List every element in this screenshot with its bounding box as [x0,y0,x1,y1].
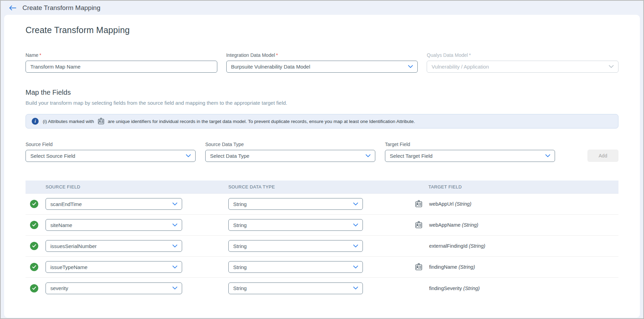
identification-badge-icon [415,221,423,229]
row-source-field-value: siteName [50,222,72,228]
mapping-table-row: severity String [26,278,618,299]
row-source-data-type-select[interactable]: String [228,219,363,231]
row-data-type-cell: String [228,282,363,294]
mapping-table-row: scanEndTime String [26,194,618,215]
source-data-type-placeholder: Select Data Type [210,153,249,159]
row-source-field-value: issueTypeName [50,264,88,270]
topbar-title: Create Transform Mapping [22,4,100,12]
row-target-field-label: webAppName(String) [429,222,478,228]
row-source-cell: severity [46,282,182,294]
row-target-field-label: findingName(String) [429,264,475,270]
row-valid-check-icon [30,284,38,292]
chevron-down-icon [366,154,370,157]
source-field-select[interactable]: Select Source Field [26,150,196,162]
add-mapping-button[interactable]: Add [587,150,618,162]
row-source-data-type-value: String [233,264,247,270]
integration-model-select[interactable]: Burpsuite Vulnerability Data Model [226,61,418,73]
back-arrow-icon [9,5,16,11]
integration-model-field-group: Integration Data Model* Burpsuite Vulner… [226,52,418,73]
row-target-cell: webAppUrl(String) [415,200,618,208]
name-field-group: Name* [26,52,217,73]
row-source-field-select[interactable]: issueTypeName [46,261,182,273]
row-data-type-cell: String [228,219,363,231]
row-source-data-type-select[interactable]: String [228,240,363,252]
integration-model-value: Burpsuite Vulnerability Data Model [231,64,310,70]
chevron-down-icon [609,65,614,68]
chevron-down-icon [353,224,358,227]
source-field-placeholder: Select Source Field [30,153,75,159]
row-source-field-value: scanEndTime [50,201,82,207]
identification-badge-icon [415,263,423,271]
row-source-cell: scanEndTime [46,198,182,210]
qualys-model-select: Vulnerability / Application [427,61,618,73]
mapping-table: SOURCE FIELD SOURCE DATA TYPE TARGET FIE… [26,181,618,299]
source-field-label: Source Field [26,142,196,147]
row-source-data-type-value: String [233,201,247,207]
chevron-down-icon [172,245,177,248]
required-asterisk: * [469,52,470,58]
row-source-field-select[interactable]: scanEndTime [46,198,182,210]
row-source-field-select[interactable]: severity [46,282,182,294]
chevron-down-icon [186,154,191,157]
source-field-group: Source Field Select Source Field [26,142,196,162]
target-field-column-header: TARGET FIELD [415,184,618,189]
row-source-data-type-select[interactable]: String [228,282,363,294]
top-form: Name* Integration Data Model* Burpsuite … [26,52,618,73]
map-fields-subtitle: Build your transform map by selecting fi… [26,100,618,106]
main-card: Create Transform Mapping Name* Integrati… [4,15,640,318]
mapping-table-row: siteName String [26,215,618,236]
row-data-type-cell: String [228,240,363,252]
row-source-data-type-select[interactable]: String [228,198,363,210]
chevron-down-icon [172,266,177,269]
source-field-column-header: SOURCE FIELD [46,184,182,189]
row-source-field-select[interactable]: issuesSerialNumber [46,240,182,252]
row-source-field-value: issuesSerialNumber [50,243,97,249]
mapping-table-header: SOURCE FIELD SOURCE DATA TYPE TARGET FIE… [26,181,618,194]
name-input[interactable] [26,61,217,73]
row-target-field-label: findingSeverity(String) [429,286,480,291]
identification-badge-icon [97,117,105,125]
row-status-cell [26,221,46,229]
source-data-type-select[interactable]: Select Data Type [205,150,375,162]
row-target-cell: findingSeverity(String) [415,284,618,292]
row-source-cell: issuesSerialNumber [46,240,182,252]
required-asterisk: * [276,52,278,58]
qualys-model-value: Vulnerability / Application [432,64,489,70]
target-field-placeholder: Select Target Field [390,153,433,159]
chevron-down-icon [408,65,413,68]
row-target-field-label: webAppUrl(String) [429,201,471,207]
row-target-cell: externalFindingId(String) [415,242,618,250]
integration-model-label: Integration Data Model* [226,52,418,58]
chevron-down-icon [545,154,550,157]
target-field-label: Target Field [385,142,555,147]
source-data-type-column-header: SOURCE DATA TYPE [228,184,363,189]
mapping-table-body: scanEndTime String [26,194,618,299]
add-mapping-row: Source Field Select Source Field Source … [26,142,618,162]
row-status-cell [26,242,46,250]
target-field-select[interactable]: Select Target Field [385,150,555,162]
source-data-type-label: Source Data Type [205,142,375,147]
info-banner-text: (i) Attributes marked with are unique id… [43,117,415,125]
name-label: Name* [26,52,217,58]
chevron-down-icon [172,203,177,206]
chevron-down-icon [353,245,358,248]
chevron-down-icon [353,266,358,269]
page-title: Create Transform Mapping [26,25,618,35]
topbar: Create Transform Mapping [1,1,643,15]
required-asterisk: * [39,52,41,58]
row-source-field-select[interactable]: siteName [46,219,182,231]
back-button[interactable] [9,5,16,11]
row-source-data-type-value: String [233,243,247,249]
row-source-cell: siteName [46,219,182,231]
row-source-data-type-select[interactable]: String [228,261,363,273]
source-data-type-group: Source Data Type Select Data Type [205,142,375,162]
row-source-cell: issueTypeName [46,261,182,273]
chevron-down-icon [353,287,358,290]
row-data-type-cell: String [228,198,363,210]
chevron-down-icon [172,224,177,227]
row-status-cell [26,263,46,271]
qualys-model-label: Qualys Data Model* [427,52,618,58]
row-valid-check-icon [30,221,38,229]
row-source-data-type-value: String [233,285,247,291]
chevron-down-icon [172,287,177,290]
